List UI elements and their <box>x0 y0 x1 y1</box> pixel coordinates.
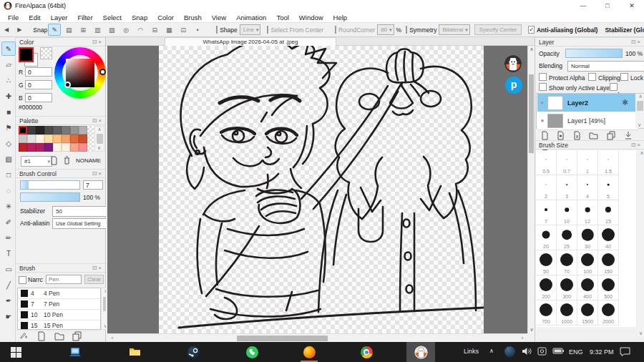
undo-icon[interactable]: ◀ <box>0 26 13 33</box>
palette-swatch[interactable] <box>27 134 36 143</box>
snap-vanishing-icon[interactable]: ⊡ <box>177 24 190 36</box>
redo-icon[interactable]: ▶ <box>13 26 26 33</box>
show-only-active-check[interactable]: Show only Active Layer <box>539 83 612 92</box>
brush-size-1[interactable]: 1 <box>577 150 598 175</box>
brush-size-0.7[interactable]: 0.7 <box>557 150 577 175</box>
menu-color[interactable]: Color <box>152 14 179 21</box>
specify-center-button[interactable]: Specify Center <box>474 24 522 35</box>
add-brush-icon[interactable] <box>19 331 29 341</box>
maximize-button[interactable]: □ <box>595 0 620 12</box>
bucket-tool[interactable]: ⚑ <box>1 120 16 134</box>
brush-size-15[interactable]: 15 <box>598 200 619 225</box>
palette-swatch[interactable] <box>70 143 79 152</box>
palette-swatch[interactable] <box>44 126 53 134</box>
close-panel-icon[interactable]: × <box>637 142 642 148</box>
menu-file[interactable]: File <box>3 14 24 21</box>
selectpen-tool[interactable]: ✐ <box>1 215 16 229</box>
roundcorner-checkbox[interactable] <box>335 26 336 34</box>
snap-curve-icon[interactable]: ◠ <box>134 24 147 36</box>
new-8bit-layer-icon[interactable] <box>557 131 565 140</box>
close-button[interactable]: ✕ <box>620 0 644 12</box>
close-panel-icon[interactable]: × <box>98 117 103 124</box>
pixiv-button[interactable]: p <box>505 77 522 94</box>
palette-swatch[interactable] <box>36 134 44 143</box>
sv-handle[interactable] <box>64 82 71 88</box>
symmetry-select[interactable]: Bilateral▾ <box>439 24 469 35</box>
palette-swatch[interactable] <box>79 134 87 143</box>
brush-size-200[interactable]: 200 <box>536 275 557 300</box>
menu-filter[interactable]: Filter <box>72 14 97 21</box>
palette-swatch[interactable] <box>19 126 27 134</box>
fill-tool[interactable]: ■ <box>1 104 16 119</box>
brush-tool[interactable]: ✎ <box>1 41 16 56</box>
palette-scrollbar[interactable]: ∧∨ <box>94 126 104 152</box>
palette-swatch[interactable] <box>62 134 70 143</box>
canvas-vscrollbar[interactable]: ∧ ∨ <box>527 46 535 333</box>
shape-select[interactable]: Line▾ <box>240 24 261 35</box>
snap-off-icon[interactable]: ✎ <box>48 24 61 36</box>
brush-size-12[interactable]: 12 <box>577 200 598 225</box>
close-panel-icon[interactable]: × <box>98 39 103 45</box>
text-tool[interactable]: T <box>1 246 16 260</box>
menu-animation[interactable]: Animation <box>231 14 271 21</box>
snap-crisscross-icon[interactable]: ⊞ <box>77 24 89 36</box>
brush-size-4[interactable]: 4 <box>577 175 598 200</box>
palette-swatch[interactable] <box>53 134 62 143</box>
brush-size-value[interactable]: 7 <box>83 180 103 190</box>
close-panel-icon[interactable]: × <box>637 39 642 45</box>
palette-swatch[interactable] <box>44 143 53 152</box>
palette-swatch[interactable] <box>44 134 53 143</box>
layer-row[interactable]: ●Layer2✱ <box>537 94 638 112</box>
close-panel-icon[interactable]: × <box>98 170 103 177</box>
brush-size-25[interactable]: 25 <box>557 225 577 250</box>
menu-select[interactable]: Select <box>98 14 127 21</box>
layer-visibility-icon[interactable]: ● <box>537 99 547 106</box>
snap-parallel-icon[interactable]: ▤ <box>62 24 75 36</box>
tray-window-icon[interactable] <box>537 347 547 357</box>
taskbar-app-whatsapp[interactable] <box>238 342 266 362</box>
brush-item[interactable]: 77 Pen <box>18 299 100 310</box>
palette-swatch[interactable] <box>70 126 79 134</box>
brush-size-400[interactable]: 400 <box>577 275 598 300</box>
palette-swatch[interactable] <box>62 143 70 152</box>
brush-size-40[interactable]: 40 <box>598 225 619 250</box>
palette-swatch[interactable] <box>19 143 27 152</box>
menu-brush[interactable]: Brush <box>179 14 207 21</box>
palette-swatch[interactable] <box>36 143 44 152</box>
palette-swatch[interactable] <box>27 143 36 152</box>
brush-item[interactable]: 1010 Pen <box>18 310 100 321</box>
palette-swatch[interactable] <box>36 126 44 134</box>
roundcorner-select[interactable]: 80▾ <box>377 24 394 35</box>
new-layer-icon[interactable] <box>541 131 549 140</box>
palette-swatch[interactable] <box>70 134 79 143</box>
paint-tool[interactable]: ◇ <box>1 136 16 150</box>
brush-folder-icon[interactable] <box>54 331 64 341</box>
menu-tool[interactable]: Tool <box>271 14 293 21</box>
move-tool[interactable]: ✚ <box>1 89 16 103</box>
minimize-button[interactable]: — <box>571 0 595 12</box>
brush-size-500[interactable]: 500 <box>598 275 619 300</box>
narrow-checkbox[interactable] <box>19 276 26 284</box>
brush-size-2000[interactable]: 2000 <box>598 300 619 326</box>
layer-row[interactable]: ●Layer1 [49%] <box>537 112 638 130</box>
merge-layer-icon[interactable] <box>624 131 633 140</box>
channel-r-input[interactable]: 0 <box>25 67 52 77</box>
brush-item[interactable]: 44 Pen <box>18 288 100 299</box>
language-indicator[interactable]: ENG <box>569 348 583 356</box>
brush-size-10[interactable]: 10 <box>557 200 577 225</box>
taskbar-app-steam[interactable] <box>179 342 208 362</box>
protect-alpha-check[interactable]: Protect Alpha <box>539 73 585 82</box>
divide-tool[interactable]: ╱ <box>1 278 16 292</box>
menu-snap[interactable]: Snap <box>127 14 152 21</box>
foreground-color-swatch[interactable] <box>19 47 34 62</box>
delete-palette-icon[interactable] <box>63 156 71 167</box>
antialias-select[interactable]: Use Global Setting▾ <box>52 218 111 229</box>
brush-size-1.5[interactable]: 1.5 <box>598 150 619 175</box>
palette-swatch[interactable] <box>27 126 36 134</box>
taskbar-app-chrome[interactable] <box>352 342 381 362</box>
brush-size-300[interactable]: 300 <box>557 275 577 300</box>
snap-grid-icon[interactable]: ▦ <box>162 24 175 36</box>
layer-visibility-icon[interactable]: ● <box>537 117 547 124</box>
duplicate-brush-icon[interactable] <box>72 331 82 341</box>
antialias-checkbox[interactable]: ✓ <box>528 26 535 34</box>
